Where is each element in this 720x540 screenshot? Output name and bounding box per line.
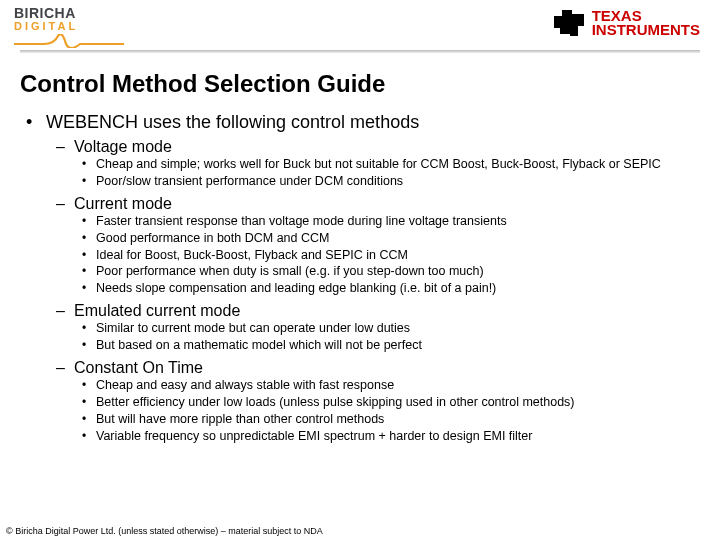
section-voltage-mode: Voltage mode Cheap and simple; works wel… [46,138,700,190]
point: Needs slope compensation and leading edg… [74,280,700,297]
content: Control Method Selection Guide WEBENCH u… [20,70,700,520]
brand-name-top: BIRICHA [14,6,124,20]
point: But will have more ripple than other con… [74,411,700,428]
slide: BIRICHA DIGITAL TEXAS INSTRUMENTS Contro… [0,0,720,540]
header: BIRICHA DIGITAL TEXAS INSTRUMENTS [0,0,720,60]
section-heading: Current mode [74,195,172,212]
brand-name-bottom: DIGITAL [14,21,124,32]
point: Cheap and simple; works well for Buck bu… [74,156,700,173]
point: Better efficiency under low loads (unles… [74,394,700,411]
main-bullet-text: WEBENCH uses the following control metho… [46,112,419,132]
ti-text: TEXAS INSTRUMENTS [592,9,700,38]
section-heading: Emulated current mode [74,302,240,319]
section-constant-on-time: Constant On Time Cheap and easy and alwa… [46,359,700,445]
level3-list: Similar to current mode but can operate … [74,320,700,354]
section-emulated-current-mode: Emulated current mode Similar to current… [46,302,700,354]
ti-line2: INSTRUMENTS [592,23,700,37]
point: Ideal for Boost, Buck-Boost, Flyback and… [74,247,700,264]
ti-chip-icon [552,8,586,38]
level2-list: Voltage mode Cheap and simple; works wel… [46,138,700,444]
point: Cheap and easy and always stable with fa… [74,377,700,394]
section-current-mode: Current mode Faster transient response t… [46,195,700,297]
point: Poor performance when duty is small (e.g… [74,263,700,280]
level3-list: Cheap and simple; works well for Buck bu… [74,156,700,190]
footer-copyright: © Biricha Digital Power Ltd. (unless sta… [6,526,323,536]
level1-list: WEBENCH uses the following control metho… [20,112,700,444]
main-bullet: WEBENCH uses the following control metho… [20,112,700,444]
point: Good performance in both DCM and CCM [74,230,700,247]
ti-logo: TEXAS INSTRUMENTS [552,8,700,38]
level3-list: Cheap and easy and always stable with fa… [74,377,700,445]
wave-icon [14,34,124,48]
level3-list: Faster transient response than voltage m… [74,213,700,297]
biricha-logo: BIRICHA DIGITAL [14,6,124,48]
point: Similar to current mode but can operate … [74,320,700,337]
section-heading: Constant On Time [74,359,203,376]
point: Poor/slow transient performance under DC… [74,173,700,190]
point: Variable frequency so unpredictable EMI … [74,428,700,445]
slide-title: Control Method Selection Guide [20,70,700,98]
section-heading: Voltage mode [74,138,172,155]
header-divider [20,50,700,53]
point: But based on a mathematic model which wi… [74,337,700,354]
point: Faster transient response than voltage m… [74,213,700,230]
